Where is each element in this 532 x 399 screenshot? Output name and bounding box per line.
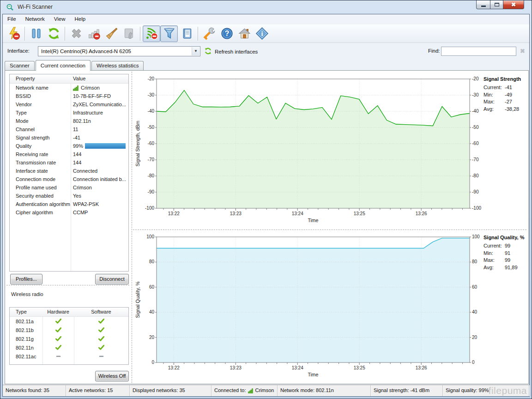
property-row[interactable]: BSSID10-7B-EF-5F-FD: [10, 92, 128, 100]
menu-network[interactable]: Network: [21, 14, 49, 24]
help-button[interactable]: ?: [218, 25, 236, 42]
signal-quality-stats: Signal Quality, %Current:99Min:91Max:99A…: [484, 235, 528, 271]
clear-network-list-button[interactable]: [103, 25, 120, 42]
quality-bar: [85, 143, 126, 149]
about-button[interactable]: i: [253, 25, 271, 42]
pause-scanning-button[interactable]: [27, 25, 45, 42]
check-icon: [55, 318, 62, 325]
svg-text:-20: -20: [148, 76, 155, 81]
property-row[interactable]: Interface stateConnected: [10, 167, 128, 175]
wireless-radio-row[interactable]: 802.11n: [10, 343, 128, 352]
wireless-radio-row[interactable]: 802.11a: [10, 317, 128, 326]
stat-label: Min:: [484, 91, 505, 99]
copy-network-button: [120, 25, 138, 42]
interface-select[interactable]: Intel(R) Centrino(R) Advanced-N 6205 ▼: [38, 46, 200, 56]
close-button[interactable]: ✖: [503, 0, 524, 9]
interface-row: Interface: Intel(R) Centrino(R) Advanced…: [3, 43, 529, 60]
client-area: FileNetworkViewHelp ?i Interface: Intel(…: [2, 14, 530, 397]
property-value: 10-7B-EF-5F-FD: [71, 92, 128, 100]
tab-strip: ScannerCurrent connectionWireless statis…: [5, 60, 145, 70]
property-row[interactable]: Security enabledYes: [10, 192, 128, 200]
property-row[interactable]: Transmission rate144: [10, 158, 128, 167]
property-row[interactable]: VendorZyXEL Communicatio...: [10, 100, 128, 109]
minimize-icon: [481, 6, 486, 7]
property-value: Crimson: [71, 84, 128, 92]
signal-strength-stat-min: Min:-49: [484, 91, 528, 99]
maximize-icon: [495, 3, 499, 6]
property-row[interactable]: Connection modeConnection initiated b...: [10, 175, 128, 183]
type-column-header[interactable]: Type: [10, 308, 42, 316]
filter-networks-button[interactable]: [160, 25, 178, 42]
wireless-radio-row[interactable]: 802.11b: [10, 326, 128, 334]
settings-button[interactable]: [200, 25, 218, 42]
menu-help[interactable]: Help: [70, 14, 90, 24]
property-name: Profile name used: [10, 183, 71, 192]
check-icon: [55, 326, 62, 333]
property-name: Network name: [10, 84, 71, 92]
property-value: WPA2-PSK: [71, 200, 128, 208]
wifi-scanner-window: Wi-Fi Scanner ✖ FileNetworkViewHelp ?i I…: [0, 0, 532, 399]
hide-inactive-networks-button[interactable]: [85, 25, 103, 42]
property-value: CCMP: [71, 208, 128, 217]
connection-properties-table: Property Value Network nameCrimsonBSSID1…: [9, 74, 129, 272]
property-row[interactable]: Authentication algorithmWPA2-PSK: [10, 200, 128, 208]
property-row[interactable]: Channel11: [10, 125, 128, 133]
property-row[interactable]: Network nameCrimson: [10, 84, 128, 92]
radio-type: 802.11g: [10, 336, 42, 342]
property-name: Receiving rate: [10, 150, 71, 158]
stat-value: -27: [505, 98, 512, 106]
software-column-header[interactable]: Software: [74, 308, 128, 316]
property-column-header[interactable]: Property: [10, 74, 71, 83]
svg-text:0: 0: [151, 360, 154, 365]
dash-icon: [55, 353, 62, 360]
radio-type: 802.11ac: [10, 354, 42, 359]
property-row[interactable]: Signal strength-41: [10, 133, 128, 142]
property-row[interactable]: Profile name usedCrimson: [10, 183, 128, 192]
property-name: BSSID: [10, 92, 71, 100]
wireless-off-button[interactable]: Wireless Off: [95, 371, 129, 381]
refresh-interfaces-button[interactable]: Refresh interfaces: [204, 47, 258, 56]
minimize-button[interactable]: [476, 0, 490, 9]
tab-current-connection[interactable]: Current connection: [36, 60, 91, 71]
svg-text:13:24: 13:24: [292, 211, 303, 216]
wireless-radio-row[interactable]: 802.11ac: [10, 352, 128, 361]
wireless-radio-row[interactable]: 802.11g: [10, 334, 128, 343]
show-disconnected-networks-button[interactable]: [143, 25, 160, 42]
property-name: Signal strength: [10, 133, 71, 142]
signal-strength-stat-max: Max:-27: [484, 98, 528, 106]
profiles-button[interactable]: Profiles...: [10, 274, 42, 284]
check-icon: [98, 335, 105, 342]
find-input[interactable]: [441, 47, 516, 56]
maximize-button[interactable]: [490, 0, 503, 9]
property-name: Interface state: [10, 167, 71, 175]
property-row[interactable]: Receiving rate144: [10, 150, 128, 158]
svg-text:-80: -80: [472, 173, 479, 178]
signal-strength-stat-current: Current:-41: [484, 84, 528, 91]
menu-file[interactable]: File: [3, 14, 21, 24]
tab-scanner[interactable]: Scanner: [5, 61, 35, 70]
refresh-scan-button[interactable]: [45, 25, 62, 42]
homepage-button[interactable]: [236, 25, 253, 42]
signal-green-icon: [73, 85, 79, 91]
property-name: Mode: [10, 117, 71, 125]
title-bar[interactable]: Wi-Fi Scanner ✖: [0, 0, 532, 14]
property-row[interactable]: Quality99%: [10, 142, 128, 150]
signal-strength-stats: Signal StrengthCurrent:-41Min:-49Max:-27…: [484, 76, 528, 113]
chevron-down-icon[interactable]: ▼: [192, 47, 200, 55]
disconnect-network-button[interactable]: [5, 25, 22, 42]
stat-label: Avg:: [484, 106, 505, 113]
menu-view[interactable]: View: [49, 14, 70, 24]
disconnect-button[interactable]: Disconnect: [95, 274, 129, 284]
value-column-header[interactable]: Value: [71, 74, 128, 83]
property-row[interactable]: TypeInfrastructure: [10, 109, 128, 117]
hardware-column-header[interactable]: Hardware: [42, 308, 74, 316]
tab-wireless-statistics[interactable]: Wireless statistics: [91, 61, 144, 70]
property-row[interactable]: Cipher algorithmCCMP: [10, 208, 128, 217]
svg-text:Time: Time: [308, 372, 319, 377]
lightning-stop-icon: [7, 27, 20, 40]
svg-text:80: 80: [149, 259, 155, 264]
network-journal-button[interactable]: [178, 25, 195, 42]
stat-value: 99: [505, 257, 510, 264]
property-row[interactable]: Mode802.11n: [10, 117, 128, 125]
clear-find-icon[interactable]: ✖: [520, 48, 525, 55]
